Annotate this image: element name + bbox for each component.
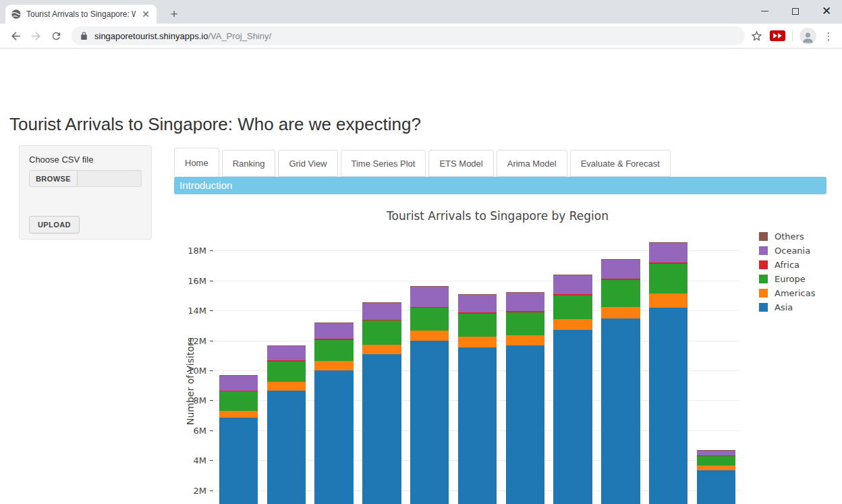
bar-segment-others-2013[interactable]	[410, 286, 449, 287]
tab-ranking[interactable]: Ranking	[222, 150, 276, 177]
bar-segment-americas-2010[interactable]	[267, 382, 306, 391]
profile-avatar-icon[interactable]	[799, 28, 816, 45]
bar-segment-oceania-2009[interactable]	[219, 376, 258, 391]
bar-segment-asia-2016[interactable]	[553, 330, 592, 504]
bar-segment-europe-2017[interactable]	[601, 280, 640, 307]
bar-segment-europe-2011[interactable]	[314, 340, 353, 362]
bar-segment-africa-2012[interactable]	[362, 320, 401, 321]
tab-grid-view[interactable]: Grid View	[278, 150, 337, 177]
bar-segment-americas-2011[interactable]	[314, 361, 353, 370]
tab-evaluate-forecast[interactable]: Evaluate & Forecast	[570, 150, 671, 177]
bookmark-star-icon[interactable]	[750, 30, 763, 43]
bar-segment-europe-2015[interactable]	[506, 312, 544, 335]
legend-item-americas[interactable]: Americas	[759, 288, 815, 298]
bar-segment-asia-2014[interactable]	[458, 347, 497, 504]
legend-item-asia[interactable]: Asia	[759, 302, 815, 312]
bar-segment-asia-2009[interactable]	[219, 418, 258, 504]
bar-segment-americas-2012[interactable]	[362, 345, 401, 354]
extension-icon[interactable]	[770, 30, 785, 41]
bar-segment-oceania-2012[interactable]	[362, 302, 401, 320]
bar-segment-africa-2016[interactable]	[553, 294, 592, 296]
y-tick-label: 12M	[188, 335, 206, 345]
tab-arima-model[interactable]: Arima Model	[497, 150, 567, 177]
plot-area: 02M4M6M8M10M12M14M16M18M	[215, 242, 740, 504]
bar-segment-oceania-2017[interactable]	[601, 260, 640, 279]
app-page: Tourist Arrivals to Singapore: Who are w…	[0, 49, 842, 504]
browser-tab[interactable]: Tourist Arrivals to Singapore: Wh ✕	[5, 5, 157, 24]
new-tab-button[interactable]: +	[165, 5, 184, 24]
bar-segment-oceania-2016[interactable]	[553, 275, 592, 293]
bar-segment-africa-2010[interactable]	[267, 360, 306, 361]
bar-segment-africa-2017[interactable]	[601, 279, 640, 280]
bar-segment-oceania-2014[interactable]	[458, 294, 497, 312]
close-window-button[interactable]: ✕	[811, 0, 842, 22]
bar-segment-americas-2018[interactable]	[649, 293, 687, 308]
y-tick-mark	[210, 370, 213, 371]
bar-segment-asia-2013[interactable]	[410, 341, 449, 504]
bar-segment-americas-2013[interactable]	[410, 331, 449, 340]
legend-item-europe[interactable]: Europe	[759, 274, 815, 284]
bar-segment-africa-2018[interactable]	[649, 262, 687, 264]
bar-segment-others-2018[interactable]	[649, 242, 687, 243]
tab-ets-model[interactable]: ETS Model	[428, 150, 493, 177]
browser-tab-strip: Tourist Arrivals to Singapore: Wh ✕ + ✕	[0, 0, 842, 24]
bar-segment-asia-2019[interactable]	[697, 470, 735, 504]
bar-segment-others-2009[interactable]	[219, 375, 258, 376]
bar-segment-oceania-2011[interactable]	[314, 323, 353, 339]
chart-legend: OthersOceaniaAfricaEuropeAmericasAsia	[759, 231, 815, 316]
url-text: singaporetourist.shinyapps.io/VA_Proj_Sh…	[94, 31, 271, 41]
bar-segment-africa-2011[interactable]	[314, 339, 353, 339]
bar-segment-asia-2010[interactable]	[267, 391, 306, 504]
legend-swatch	[759, 303, 768, 312]
upload-button[interactable]: UPLOAD	[29, 216, 80, 233]
bar-segment-asia-2012[interactable]	[362, 354, 401, 504]
refresh-button[interactable]	[46, 26, 66, 46]
bar-segment-oceania-2010[interactable]	[267, 345, 306, 360]
bar-segment-americas-2015[interactable]	[506, 335, 544, 345]
minimize-button[interactable]	[749, 0, 780, 22]
bar-segment-africa-2013[interactable]	[410, 307, 449, 308]
legend-item-oceania[interactable]: Oceania	[759, 246, 815, 256]
bar-segment-asia-2015[interactable]	[506, 345, 544, 504]
bar-segment-americas-2016[interactable]	[553, 319, 592, 330]
bar-segment-others-2017[interactable]	[601, 259, 640, 260]
bar-segment-oceania-2013[interactable]	[410, 287, 449, 307]
y-tick-mark	[210, 250, 213, 251]
bar-segment-africa-2014[interactable]	[458, 312, 497, 314]
bar-segment-europe-2010[interactable]	[267, 362, 306, 383]
tab-home[interactable]: Home	[174, 148, 219, 177]
bar-segment-asia-2017[interactable]	[601, 318, 640, 504]
bar-segment-oceania-2015[interactable]	[506, 292, 544, 311]
browse-button[interactable]: BROWSE	[29, 170, 78, 187]
bar-segment-europe-2013[interactable]	[410, 308, 449, 331]
y-tick-label: 6M	[194, 425, 207, 435]
back-button[interactable]	[5, 26, 26, 46]
bar-segment-europe-2018[interactable]	[649, 264, 687, 293]
bar-segment-europe-2014[interactable]	[458, 314, 497, 337]
bar-segment-asia-2018[interactable]	[649, 308, 687, 504]
bar-segment-oceania-2019[interactable]	[697, 450, 735, 455]
file-name-field[interactable]	[78, 170, 142, 187]
bar-segment-oceania-2018[interactable]	[649, 243, 687, 262]
bar-segment-europe-2019[interactable]	[697, 456, 735, 466]
bar-segment-americas-2014[interactable]	[458, 337, 497, 347]
bar-segment-europe-2012[interactable]	[362, 320, 401, 345]
bar-segment-africa-2019[interactable]	[697, 455, 735, 456]
bar-segment-europe-2009[interactable]	[219, 391, 258, 411]
legend-label: Oceania	[775, 246, 810, 256]
bar-segment-africa-2015[interactable]	[506, 311, 544, 312]
bar-segment-europe-2016[interactable]	[553, 296, 592, 320]
bar-segment-asia-2011[interactable]	[314, 370, 353, 504]
legend-item-africa[interactable]: Africa	[759, 260, 815, 270]
bar-segment-americas-2017[interactable]	[601, 307, 640, 318]
menu-kebab-icon[interactable]: ⋮	[823, 34, 834, 38]
bar-segment-americas-2009[interactable]	[219, 411, 258, 418]
maximize-button[interactable]	[780, 0, 811, 22]
tab-close-icon[interactable]: ✕	[140, 9, 151, 19]
url-bar[interactable]: singaporetourist.shinyapps.io/VA_Proj_Sh…	[72, 26, 745, 45]
forward-button[interactable]	[26, 26, 46, 46]
legend-item-others[interactable]: Others	[759, 231, 815, 242]
tab-time-series-plot[interactable]: Time Series Plot	[341, 150, 426, 177]
bar-segment-africa-2009[interactable]	[219, 391, 258, 391]
bar-segment-americas-2019[interactable]	[697, 466, 735, 470]
